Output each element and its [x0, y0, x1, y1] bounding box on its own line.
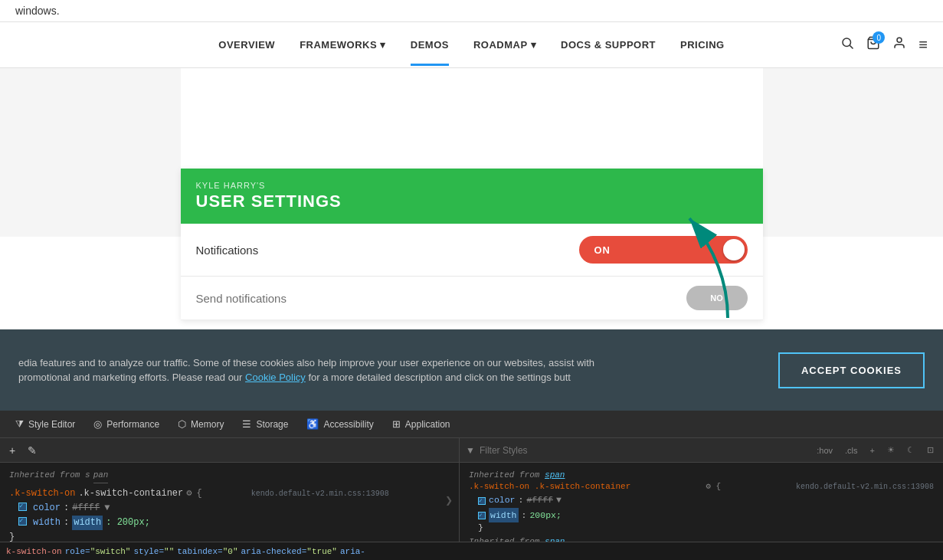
prop1-name: color — [33, 501, 61, 516]
style-editor-icon: ⧩ — [15, 418, 24, 431]
tab-storage[interactable]: ☰ Storage — [233, 412, 297, 436]
prop2-value-highlight: width — [72, 516, 103, 530]
cookie-text-line1: edia features and to analyze our traffic… — [18, 357, 594, 368]
navbar: OVERVIEW FRAMEWORKS ▾ DEMOS ROADMAP ▾ DO… — [0, 22, 943, 68]
cookie-text-line2: promotional and marketing efforts. Pleas… — [18, 372, 245, 383]
prop2-name: width — [33, 516, 61, 530]
screenshot-icon[interactable]: ⊡ — [924, 444, 937, 457]
send-notifications-row: Send notifications NO — [181, 277, 763, 320]
html-attr-switch: k-switch-on — [6, 547, 62, 556]
cart-button[interactable]: 0 — [866, 36, 880, 54]
pick-element-button[interactable]: ✎ — [25, 443, 40, 458]
sun-icon[interactable]: ☀ — [884, 444, 898, 457]
color-checkbox[interactable]: ✓ — [478, 497, 486, 505]
tab-application-label: Application — [405, 419, 450, 430]
tab-accessibility-label: Accessibility — [323, 419, 373, 430]
style-color-value: #ffff — [526, 493, 553, 508]
filter-styles-container: ▼ — [466, 445, 807, 456]
styles-inherited1-link[interactable]: span — [545, 470, 565, 480]
nav-item-pricing[interactable]: PRICING — [680, 24, 725, 66]
cart-badge: 0 — [873, 31, 885, 44]
nav-item-demos[interactable]: DEMOS — [411, 24, 449, 66]
cookie-text: edia features and to analyze our traffic… — [18, 355, 763, 385]
performance-icon: ◎ — [93, 418, 102, 430]
cookie-policy-link[interactable]: Cookie Policy — [245, 372, 306, 383]
hov-button[interactable]: :hov — [814, 444, 836, 457]
prop1-checkbox[interactable]: ✓ — [18, 503, 27, 511]
html-val-role: "switch" — [90, 547, 131, 556]
cookie-banner: edia features and to analyze our traffic… — [0, 329, 943, 411]
prop2-checkbox[interactable]: ✓ — [18, 517, 27, 526]
tab-memory-label: Memory — [191, 419, 224, 430]
html-attr-style: style= — [133, 547, 164, 556]
accept-cookies-button[interactable]: ACCEPT COOKIES — [778, 352, 925, 388]
prop1-colon: : — [64, 501, 69, 516]
style-color-filter: ▼ — [556, 493, 562, 508]
nav-items: OVERVIEW FRAMEWORKS ▾ DEMOS ROADMAP ▾ DO… — [218, 24, 724, 66]
styles-inherited1: Inherited from span — [469, 470, 934, 480]
notifications-state: ON — [579, 244, 611, 256]
tab-performance-label: Performance — [106, 419, 159, 430]
devtools-left-toolbar: + ✎ ❯ — [0, 438, 459, 463]
svg-line-1 — [850, 45, 853, 48]
filter-styles-input[interactable] — [480, 445, 594, 456]
tab-style-editor[interactable]: ⧩ Style Editor — [6, 412, 84, 437]
add-style-button[interactable]: + — [867, 444, 878, 457]
code-selector-line: .k-switch-on .k-switch-container ⚙ { ken… — [9, 486, 450, 501]
cls-button[interactable]: .cls — [842, 444, 861, 457]
prop1-filter-icon: ▼ — [104, 501, 110, 516]
add-rule-button[interactable]: + — [6, 443, 18, 458]
html-val-tabindex: "0" — [223, 547, 238, 556]
notifications-label: Notifications — [196, 244, 259, 257]
styles-toolbar: ▼ :hov .cls + ☀ ☾ ⊡ — [460, 438, 943, 463]
html-val-style: "" — [164, 547, 174, 556]
nav-icons: 0 ≡ — [840, 36, 928, 54]
tab-memory[interactable]: ⬡ Memory — [169, 412, 233, 436]
styles-options: :hov .cls + ☀ ☾ ⊡ — [814, 444, 937, 457]
moon-icon[interactable]: ☾ — [904, 444, 918, 457]
devtools-panel: ⧩ Style Editor ◎ Performance ⬡ Memory ☰ … — [0, 411, 943, 560]
scroll-right-icon: ❯ — [445, 495, 453, 506]
style-source1: kendo.default-v2.min.css:13908 — [796, 483, 934, 491]
style-color-name: color — [489, 493, 516, 508]
gear-icon-style: ⚙ { — [706, 481, 721, 491]
prop1-strikethrough: #ffff — [72, 501, 100, 516]
html-attr-role: role= — [65, 547, 90, 556]
toggle-circle — [723, 239, 745, 260]
accessibility-icon: ♿ — [306, 418, 319, 430]
page-top-text: windows. — [15, 5, 60, 17]
prop2-value: : 200px; — [106, 516, 150, 530]
tab-style-editor-label: Style Editor — [28, 419, 75, 430]
html-attr-tabindex: tabindex= — [177, 547, 222, 556]
nav-item-roadmap[interactable]: ROADMAP ▾ — [473, 24, 536, 66]
user-button[interactable] — [892, 36, 906, 54]
code-filter: { — [196, 486, 201, 501]
nav-item-overview[interactable]: OVERVIEW — [218, 24, 275, 66]
tab-application[interactable]: ⊞ Application — [383, 412, 460, 436]
style-body1: ✓ color : #ffff ▼ ✓ width : 200px; — [469, 493, 934, 532]
memory-icon: ⬡ — [178, 418, 186, 430]
more-button[interactable]: ≡ — [918, 36, 928, 54]
nav-item-frameworks[interactable]: FRAMEWORKS ▾ — [300, 24, 386, 66]
send-notifications-toggle[interactable]: NO — [686, 286, 748, 310]
html-bottom-bar: k-switch-on role= "switch" style= "" tab… — [0, 542, 943, 560]
style-width-name-highlight: width — [489, 508, 519, 523]
style-width-value: 200px; — [529, 508, 561, 523]
nav-item-docs[interactable]: DOCS & SUPPORT — [561, 24, 656, 66]
style-selector1: .k-switch-on .k-switch-container — [469, 482, 630, 491]
tab-performance[interactable]: ◎ Performance — [84, 412, 169, 436]
code-source1: kendo.default-v2.min.css:13908 — [251, 488, 389, 500]
settings-header: KYLE HARRY'S USER SETTINGS — [181, 169, 763, 224]
width-checkbox[interactable]: ✓ — [478, 512, 486, 519]
notifications-row: Notifications ON — [181, 224, 763, 277]
code-prop1-line: ✓ color : #ffff ▼ — [9, 501, 450, 516]
style-prop-color: ✓ color : #ffff ▼ — [478, 493, 934, 508]
html-attr-aria: aria- — [340, 547, 365, 556]
settings-card: KYLE HARRY'S USER SETTINGS Notifications… — [181, 169, 763, 320]
settings-subtitle: KYLE HARRY'S — [196, 181, 748, 190]
search-button[interactable] — [840, 36, 854, 54]
tab-accessibility[interactable]: ♿ Accessibility — [297, 412, 382, 436]
application-icon: ⊞ — [392, 418, 401, 430]
svg-point-0 — [843, 38, 851, 47]
notifications-toggle[interactable]: ON — [579, 236, 748, 264]
